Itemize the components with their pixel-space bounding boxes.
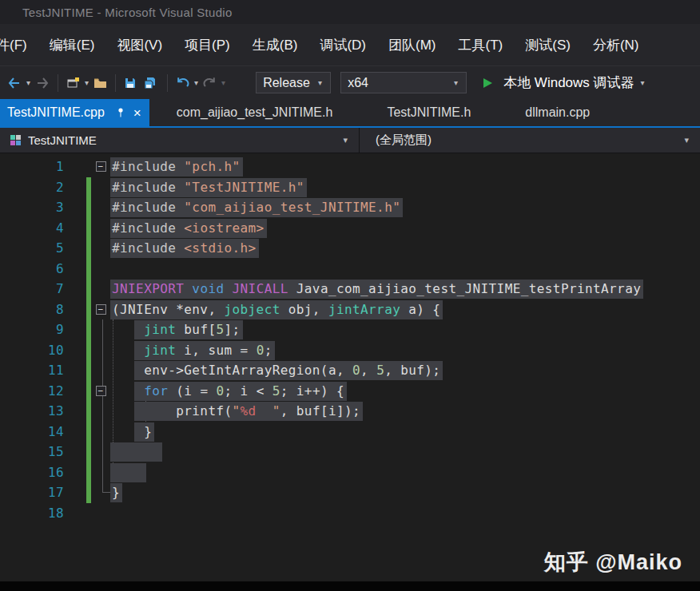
code-line[interactable]: 8−(JNIEnv *env, jobject obj, jintArray a… xyxy=(0,299,700,320)
token: void xyxy=(192,281,224,296)
close-icon[interactable]: × xyxy=(133,106,141,120)
navigate-forward-button[interactable] xyxy=(32,74,53,92)
document-tab-4[interactable]: dllmain.cpp xyxy=(498,99,617,126)
code-line[interactable]: 3#include "com_aijiao_test_JNITIME.h" xyxy=(0,197,700,218)
line-number[interactable]: 2 xyxy=(0,177,64,198)
start-debug-button[interactable] xyxy=(478,74,497,92)
redo-dropdown-chevron[interactable]: ▾ xyxy=(221,78,225,87)
pin-icon[interactable] xyxy=(116,107,125,118)
back-dropdown-chevron[interactable]: ▾ xyxy=(26,78,30,87)
code-line[interactable]: 11 env->GetIntArrayRegion(a, 0, 5, buf); xyxy=(0,360,700,381)
new-window-button[interactable] xyxy=(63,74,83,92)
code-line[interactable]: 9 jint buf[5]; xyxy=(0,319,700,340)
menu-item-10[interactable]: 分析(N) xyxy=(582,36,650,54)
token: %d xyxy=(241,403,257,418)
code-line[interactable]: 2#include "TestJNITIME.h" xyxy=(0,177,700,198)
save-all-icon xyxy=(143,77,159,89)
token: , buf[i]); xyxy=(280,403,360,418)
navigate-back-button[interactable] xyxy=(4,74,25,92)
token xyxy=(176,180,184,195)
token: " xyxy=(257,403,280,418)
new-window-dropdown-chevron[interactable]: ▾ xyxy=(85,78,89,87)
members-dropdown[interactable]: (全局范围) ▾ xyxy=(360,128,700,153)
fold-margin xyxy=(91,197,110,218)
line-number[interactable]: 1 xyxy=(0,157,64,177)
code-line[interactable]: 10 jint i, sum = 0; xyxy=(0,340,700,361)
token: <iostream> xyxy=(184,220,264,236)
fold-margin xyxy=(91,340,110,361)
token: "com_aijiao_test_JNITIME.h" xyxy=(184,200,400,215)
line-number[interactable]: 9 xyxy=(0,319,64,340)
line-number[interactable]: 6 xyxy=(0,259,64,280)
code-line[interactable]: 14 } xyxy=(0,422,700,442)
menu-item-4[interactable]: 项目(P) xyxy=(173,36,241,54)
line-number[interactable]: 8 xyxy=(0,299,64,320)
token: (JNIEnv *env, xyxy=(112,302,224,317)
token: } xyxy=(112,485,120,500)
types-dropdown[interactable]: TestJNITIME ▾ xyxy=(0,128,360,153)
undo-dropdown-chevron[interactable]: ▾ xyxy=(194,78,198,87)
line-number[interactable]: 16 xyxy=(0,462,64,483)
token: #include xyxy=(112,159,176,174)
line-number[interactable]: 14 xyxy=(0,422,64,442)
line-number[interactable]: 12 xyxy=(0,381,64,402)
code-text: #include "pch.h" xyxy=(110,157,243,177)
save-button[interactable] xyxy=(121,74,140,92)
fold-toggle[interactable]: − xyxy=(96,304,106,315)
fold-margin xyxy=(91,177,110,198)
document-tab-1[interactable]: TestJNITIME.cpp× xyxy=(0,99,149,126)
debug-target-dropdown-chevron[interactable]: ▾ xyxy=(641,78,645,87)
line-number[interactable]: 4 xyxy=(0,218,64,239)
open-folder-button[interactable] xyxy=(90,74,110,92)
line-number[interactable]: 13 xyxy=(0,401,64,422)
menu-item-9[interactable]: 测试(S) xyxy=(514,36,582,54)
undo-button[interactable] xyxy=(173,74,193,91)
menu-item-1[interactable]: 文件(F) xyxy=(0,36,38,54)
code-line[interactable]: 6 xyxy=(0,259,700,280)
configuration-dropdown[interactable]: Release ▾ xyxy=(256,72,331,93)
code-line[interactable]: 4#include <iostream> xyxy=(0,218,700,239)
code-line[interactable]: 7JNIEXPORT void JNICALL Java_com_aijiao_… xyxy=(0,279,700,299)
menu-item-3[interactable]: 视图(V) xyxy=(105,36,173,54)
fold-toggle[interactable]: − xyxy=(96,386,106,396)
document-tab-3[interactable]: TestJNITIME.h xyxy=(360,99,498,126)
code-line[interactable]: 12− for (i = 0; i < 5; i++) { xyxy=(0,381,700,402)
redo-button[interactable] xyxy=(200,74,220,91)
line-number[interactable]: 10 xyxy=(0,340,64,361)
code-line[interactable]: 17} xyxy=(0,482,700,503)
menu-item-7[interactable]: 团队(M) xyxy=(377,36,447,54)
code-text: jint buf[5]; xyxy=(110,319,243,340)
document-tab-2[interactable]: com_aijiao_test_JNITIME.h xyxy=(149,99,360,126)
forward-icon xyxy=(35,77,50,89)
platform-dropdown[interactable]: x64 ▾ xyxy=(340,72,467,93)
debug-target-label[interactable]: 本地 Windows 调试器 xyxy=(503,73,634,92)
code-line[interactable]: 13 printf("%d ", buf[i]); xyxy=(0,401,700,422)
menu-item-8[interactable]: 工具(T) xyxy=(447,36,515,54)
code-line[interactable]: 5#include <stdio.h> xyxy=(0,238,700,259)
line-number[interactable]: 3 xyxy=(0,197,64,218)
line-number[interactable]: 5 xyxy=(0,238,64,259)
line-number[interactable]: 18 xyxy=(0,503,64,524)
fold-margin xyxy=(91,259,110,280)
menu-item-2[interactable]: 编辑(E) xyxy=(38,36,106,54)
fold-margin xyxy=(91,319,110,340)
line-number[interactable]: 17 xyxy=(0,482,64,503)
code-line[interactable]: 18 xyxy=(0,503,700,524)
line-number[interactable]: 15 xyxy=(0,442,64,462)
line-number[interactable]: 7 xyxy=(0,279,64,299)
code-line[interactable]: 1−#include "pch.h" xyxy=(0,157,700,177)
token: jobject xyxy=(224,302,280,317)
token xyxy=(112,444,160,459)
menu-item-5[interactable]: 生成(B) xyxy=(241,36,309,54)
code-line[interactable]: 15 xyxy=(0,442,700,462)
code-editor[interactable]: 1−#include "pch.h"2#include "TestJNITIME… xyxy=(0,153,700,523)
save-all-button[interactable] xyxy=(140,74,162,92)
selection-highlight: JNIEXPORT void JNICALL Java_com_aijiao_t… xyxy=(110,280,643,299)
fold-toggle[interactable]: − xyxy=(96,161,106,172)
indent-whitespace xyxy=(110,424,134,439)
code-line[interactable]: 16 xyxy=(0,462,700,483)
selection-highlight: #include <stdio.h> xyxy=(110,239,259,258)
line-number[interactable]: 11 xyxy=(0,360,64,381)
menu-item-6[interactable]: 调试(D) xyxy=(308,36,377,54)
symbol-navbar: TestJNITIME ▾ (全局范围) ▾ xyxy=(0,128,700,153)
